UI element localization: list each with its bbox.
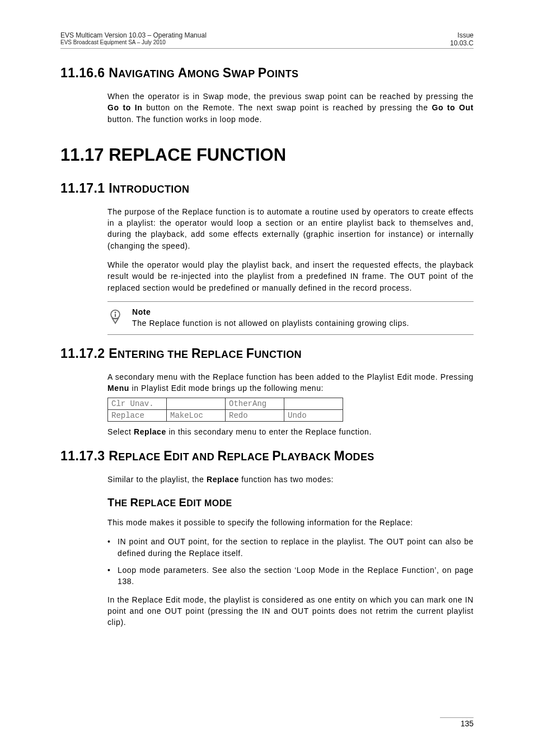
page: EVS Multicam Version 10.03 – Operating M… <box>0 0 534 756</box>
note-body: The Replace function is not allowed on p… <box>132 319 409 328</box>
heading-number: 11.17.3 <box>60 449 109 463</box>
hc: P <box>272 449 281 463</box>
heading-number: 11.17.1 <box>60 181 109 195</box>
text: function has two modes: <box>239 475 334 484</box>
paragraph: The purpose of the Replace function is t… <box>107 206 474 251</box>
section-body: When the operator is in Swap mode, the p… <box>107 91 474 125</box>
note-title: Note <box>132 307 409 316</box>
hc: R <box>109 449 118 463</box>
heading-11-16-6: 11.16.6 NAVIGATING AMONG SWAP POINTS <box>60 66 474 81</box>
section-body: The purpose of the Replace function is t… <box>107 206 474 335</box>
header-issue-value: 10.03.C <box>450 39 474 47</box>
svg-point-1 <box>115 312 116 314</box>
page-number: 135 <box>440 717 474 728</box>
hc: E <box>163 449 172 463</box>
paragraph: Select Replace in this secondary menu to… <box>107 426 474 437</box>
hc: N <box>109 66 118 80</box>
hc: E <box>179 496 187 508</box>
note-icon <box>107 309 123 324</box>
text: in this secondary menu to enter the Repl… <box>166 427 372 436</box>
text: Select <box>107 427 134 436</box>
heading-11-17-3: 11.17.3 REPLACE EDIT AND REPLACE PLAYBAC… <box>60 449 474 464</box>
text: in Playlist Edit mode brings up the foll… <box>129 384 324 393</box>
hr: NTERING THE <box>118 349 191 360</box>
hc: S <box>223 66 232 80</box>
hr: EPLACE <box>118 451 163 463</box>
text-bold: Go to In <box>107 103 142 112</box>
subheading-replace-edit-mode: THE REPLACE EDIT MODE <box>107 496 474 509</box>
cell: Undo <box>284 409 343 421</box>
header-right: Issue 10.03.C <box>450 31 474 47</box>
hr: ODES <box>345 451 374 463</box>
note-box: Note The Replace function is not allowed… <box>107 301 474 335</box>
list-item: IN point and OUT point, for the section … <box>107 536 474 559</box>
header-left: EVS Multicam Version 10.03 – Operating M… <box>60 31 207 47</box>
bullet-list: IN point and OUT point, for the section … <box>107 536 474 587</box>
menu-table: Clr Unav. OtherAng Replace MakeLoc Redo … <box>107 398 343 422</box>
hr: EPLACE <box>201 349 246 360</box>
hr: EPLACE <box>227 451 272 463</box>
paragraph: A secondary menu with the Replace functi… <box>107 371 474 394</box>
page-header: EVS Multicam Version 10.03 – Operating M… <box>60 31 474 49</box>
table-row: Clr Unav. OtherAng <box>108 398 343 409</box>
text-bold: Replace <box>207 475 239 484</box>
paragraph: While the operator would play the playli… <box>107 259 474 293</box>
svg-rect-2 <box>115 314 116 317</box>
table-row: Replace MakeLoc Redo Undo <box>108 409 343 421</box>
hr: EPLACE <box>138 498 179 508</box>
heading-11-17: 11.17 REPLACE FUNCTION <box>60 145 474 165</box>
hr: OINTS <box>266 68 298 80</box>
heading-11-17-2: 11.17.2 ENTERING THE REPLACE FUNCTION <box>60 346 474 361</box>
hc: M <box>334 449 345 463</box>
paragraph: This mode makes it possible to specify t… <box>107 517 474 528</box>
header-subtitle: EVS Broadcast Equipment SA – July 2010 <box>60 39 207 45</box>
hc: R <box>217 449 227 463</box>
hc: A <box>178 66 188 80</box>
cell <box>167 398 226 409</box>
hc: E <box>109 346 118 361</box>
paragraph: In the Replace Edit mode, the playlist i… <box>107 594 474 628</box>
hc: T <box>107 496 115 508</box>
cell: MakeLoc <box>167 409 226 421</box>
cell: Clr Unav. <box>108 398 167 409</box>
text: Similar to the playlist, the <box>107 475 207 484</box>
cell <box>284 398 343 409</box>
text-bold: Go to Out <box>432 103 474 112</box>
hr: NTRODUCTION <box>113 184 189 195</box>
text: A secondary menu with the Replace functi… <box>107 372 474 381</box>
text-bold: Menu <box>107 384 129 393</box>
note-content: Note The Replace function is not allowed… <box>132 307 409 328</box>
text: When the operator is in Swap mode, the p… <box>107 92 474 101</box>
text: button on the Remote. The next swap poin… <box>142 103 432 112</box>
paragraph: When the operator is in Swap mode, the p… <box>107 91 474 125</box>
hr: LAYBACK <box>281 451 334 463</box>
text: button. The function works in loop mode. <box>107 115 262 124</box>
hr: UNCTION <box>254 349 302 360</box>
section-body: A secondary menu with the Replace functi… <box>107 371 474 437</box>
hc: P <box>258 66 267 80</box>
section-body: Similar to the playlist, the Replace fun… <box>107 474 474 628</box>
hc: R <box>130 496 139 508</box>
heading-number: 11.16.6 <box>60 66 109 80</box>
hc: F <box>246 346 254 361</box>
hr: HE <box>115 498 130 508</box>
header-issue-label: Issue <box>450 31 474 39</box>
paragraph: Similar to the playlist, the Replace fun… <box>107 474 474 485</box>
hr: MONG <box>188 68 223 80</box>
hr: AVIGATING <box>118 68 177 80</box>
cell: Replace <box>108 409 167 421</box>
hr: DIT AND <box>172 451 218 463</box>
hr: WAP <box>231 68 257 80</box>
list-item: Loop mode parameters. See also the secti… <box>107 564 474 587</box>
cell: Redo <box>226 409 284 421</box>
hc: R <box>191 346 201 361</box>
text-bold: Replace <box>134 427 166 436</box>
header-title: EVS Multicam Version 10.03 – Operating M… <box>60 31 207 39</box>
cell: OtherAng <box>226 398 284 409</box>
hr: DIT MODE <box>186 498 232 508</box>
heading-number: 11.17.2 <box>60 346 109 361</box>
heading-11-17-1: 11.17.1 INTRODUCTION <box>60 181 474 196</box>
